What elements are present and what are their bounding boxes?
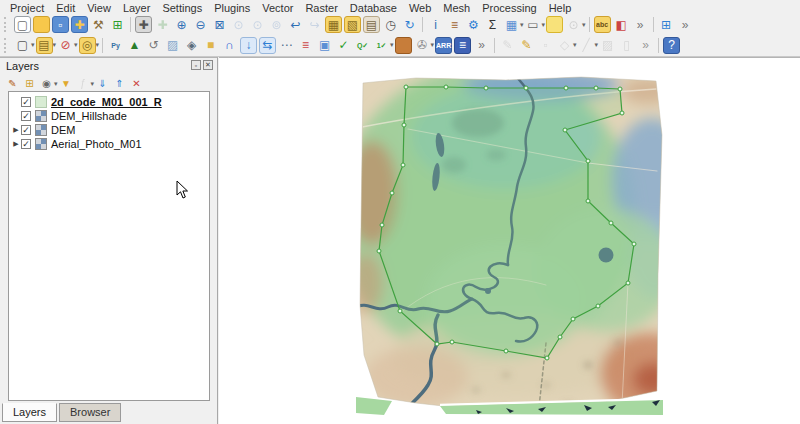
georeferencer-icon[interactable]: ↺ [145, 37, 162, 54]
vertex-marker[interactable] [632, 242, 636, 246]
layer-styling-icon[interactable]: ✎ [5, 76, 20, 91]
layer-row[interactable]: ✓2d_code_M01_001_R [9, 95, 209, 109]
pan-map-icon[interactable]: ✚ [135, 16, 152, 33]
select-features-dropdown-icon[interactable]: ▾ [31, 41, 35, 49]
zoom-full-icon[interactable]: ⊠ [211, 16, 228, 33]
check-geometry-icon[interactable]: ✓ [335, 37, 352, 54]
map-view[interactable] [356, 75, 664, 416]
temporal-controller-icon[interactable]: ◷ [382, 16, 399, 33]
save-project-as-icon[interactable]: ✚ [71, 16, 88, 33]
map-tips-icon[interactable] [546, 16, 563, 33]
layer-row[interactable]: ▶✓Aerial_Photo_M01 [9, 137, 209, 151]
layer-checkbox[interactable]: ✓ [21, 111, 31, 121]
vertex-marker[interactable] [609, 221, 613, 225]
zoom-last-icon[interactable]: ↩ [287, 16, 304, 33]
menu-processing[interactable]: Processing [476, 1, 542, 15]
add-group-icon[interactable]: ⊞ [22, 76, 37, 91]
select-features-icon[interactable]: ▢ [14, 37, 31, 54]
select-by-value-icon[interactable]: ▤ [36, 37, 53, 54]
deselect-features-icon[interactable]: ⊘ [57, 37, 74, 54]
layer-tree[interactable]: ✓2d_code_M01_001_R✓DEM_Hillshade▶✓DEM▶✓A… [8, 91, 210, 401]
menu-view[interactable]: View [81, 1, 117, 15]
menu-database[interactable]: Database [344, 1, 403, 15]
select-by-location-icon[interactable]: ◎ [79, 37, 96, 54]
new-project-icon[interactable]: ▢ [14, 16, 31, 33]
vertex-marker[interactable] [564, 86, 568, 90]
vertex-marker[interactable] [558, 335, 562, 339]
vertex-marker[interactable] [401, 163, 405, 167]
gps-tools-icon[interactable]: ∩ [221, 37, 238, 54]
collapse-all-icon[interactable]: ⇑ [112, 76, 127, 91]
menu-vector[interactable]: Vector [256, 1, 299, 15]
profile-list-icon[interactable]: ≡ [297, 37, 314, 54]
save-project-icon[interactable]: ▫ [52, 16, 69, 33]
vertex-marker[interactable] [586, 199, 590, 203]
vertex-marker[interactable] [618, 87, 622, 91]
expand-arrow-icon[interactable]: ▶ [11, 140, 21, 148]
vertex-marker[interactable] [435, 342, 439, 346]
vertex-marker[interactable] [626, 281, 630, 285]
toolbar-overflow-icon[interactable]: » [677, 16, 694, 33]
check-1-icon[interactable]: 1✓ [373, 37, 390, 54]
remove-layer-icon[interactable]: ✕ [129, 76, 144, 91]
open-project-icon[interactable] [33, 16, 50, 33]
identify-features-icon[interactable]: i [427, 16, 444, 33]
attachments-icon[interactable]: ✇ [414, 37, 431, 54]
measure-icon[interactable]: ▭ [525, 16, 542, 33]
help-icon[interactable]: ? [663, 37, 680, 54]
filter-legend-icon[interactable]: ▼ [59, 76, 74, 91]
vertex-marker[interactable] [504, 349, 508, 353]
map-sheet-icon[interactable]: ▨ [164, 37, 181, 54]
menu-mesh[interactable]: Mesh [437, 1, 476, 15]
bookmarks-icon[interactable]: ▤ [363, 16, 380, 33]
tcp-connection-icon[interactable]: ⋯ [278, 37, 295, 54]
new-3d-map-view-icon[interactable]: ▧ [344, 16, 361, 33]
check-q-icon[interactable]: Q✓ [354, 37, 371, 54]
float-panel-icon[interactable]: ▫ [191, 60, 201, 70]
terrain-tools-icon[interactable]: ▲ [126, 37, 143, 54]
menu-project[interactable]: Project [4, 1, 50, 15]
select-by-location-dropdown-icon[interactable]: ▾ [96, 41, 100, 49]
open-attribute-table-icon[interactable]: ▦ [503, 16, 520, 33]
vertex-marker[interactable] [563, 128, 567, 132]
import-data-icon[interactable]: ↓ [240, 37, 257, 54]
layer-checkbox[interactable]: ✓ [21, 97, 31, 107]
pan-to-selection-icon[interactable]: ✚ [154, 16, 171, 33]
delete-selected-icon[interactable]: ▯ [618, 37, 635, 54]
toolbar-overflow-icon[interactable]: » [632, 16, 649, 33]
filter-by-expression-icon[interactable]: ƒ [76, 76, 91, 91]
zoom-to-layer-icon[interactable]: ⊙ [249, 16, 266, 33]
tab-browser[interactable]: Browser [59, 403, 121, 422]
vertex-marker[interactable] [404, 85, 408, 89]
layer-checkbox[interactable]: ✓ [21, 125, 31, 135]
vertex-marker[interactable] [620, 111, 624, 115]
vertex-marker[interactable] [450, 340, 454, 344]
vertex-marker[interactable] [398, 309, 402, 313]
modify-attributes-icon[interactable]: ▨ [599, 37, 616, 54]
filter-by-expression-dropdown-icon[interactable]: ▾ [91, 80, 95, 88]
menu-edit[interactable]: Edit [50, 1, 81, 15]
refresh-map-icon[interactable]: ↻ [401, 16, 418, 33]
attachments-dropdown-icon[interactable]: ▾ [431, 41, 435, 49]
vertex-marker[interactable] [596, 304, 600, 308]
zoom-native-icon[interactable]: ⊚ [268, 16, 285, 33]
zoom-to-selection-icon[interactable]: ⊙ [230, 16, 247, 33]
vertex-marker[interactable] [594, 86, 598, 90]
toolbar-overflow-icon[interactable]: » [473, 37, 490, 54]
vertex-marker[interactable] [524, 86, 528, 90]
zoom-out-icon[interactable]: ⊖ [192, 16, 209, 33]
sum-features-icon[interactable]: Σ [484, 16, 501, 33]
current-edits-icon[interactable]: ✎ [499, 37, 516, 54]
vertex-marker[interactable] [377, 249, 381, 253]
zoom-next-icon[interactable]: ↪ [306, 16, 323, 33]
expand-all-icon[interactable]: ⇓ [95, 76, 110, 91]
vertex-marker[interactable] [545, 356, 549, 360]
toggle-editing-icon[interactable]: ✎ [518, 37, 535, 54]
measure-dropdown-icon[interactable]: ▾ [542, 21, 546, 29]
toolbar-handle[interactable] [4, 17, 11, 32]
menu-layer[interactable]: Layer [117, 1, 157, 15]
cube-3d-icon[interactable]: ■ [202, 37, 219, 54]
blue-notebook-icon[interactable]: ≡ [454, 37, 471, 54]
style-manager-icon[interactable]: ⊞ [109, 16, 126, 33]
map-canvas[interactable] [219, 57, 800, 424]
